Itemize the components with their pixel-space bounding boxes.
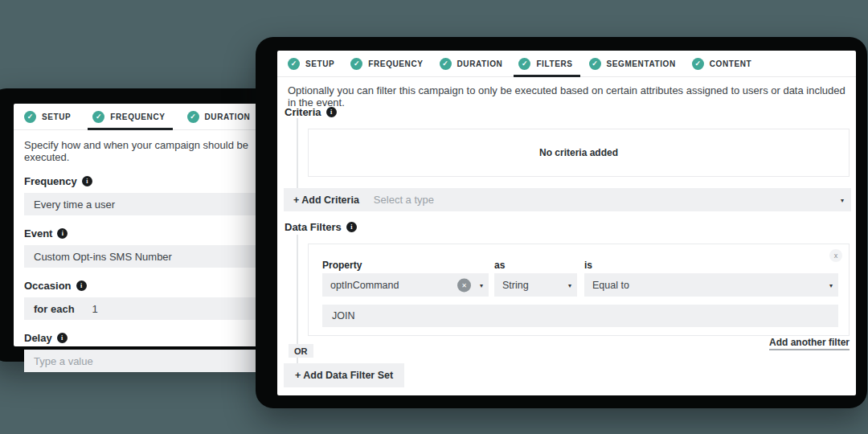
data-filters-label: Data Filters i [285, 221, 357, 233]
tab-label: SETUP [305, 59, 334, 68]
info-icon[interactable]: i [326, 107, 337, 117]
property-header: Property [322, 260, 362, 271]
check-icon: ✓ [350, 58, 362, 70]
add-another-filter-link[interactable]: Add another filter [769, 337, 850, 350]
event-input[interactable]: Custom Opt-ins SMS Number [24, 245, 269, 268]
tab-label: SEGMENTATION [607, 59, 676, 68]
info-icon[interactable]: i [57, 228, 68, 239]
check-icon: ✓ [288, 58, 300, 70]
tab-frequency[interactable]: ✓ FREQUENCY [350, 51, 423, 76]
add-data-filter-set-button[interactable]: + Add Data Filter Set [284, 363, 404, 387]
is-select[interactable]: Equal to ▾ [584, 273, 838, 297]
chevron-down-icon: ▾ [841, 196, 844, 203]
chevron-down-icon: ▾ [568, 281, 571, 289]
tab-content[interactable]: ✓ CONTENT [692, 51, 752, 76]
add-criteria-button[interactable]: + Add Criteria [293, 194, 359, 206]
occasion-prefix: for each [34, 303, 75, 315]
as-header: as [494, 260, 505, 271]
tab-label: FREQUENCY [368, 59, 423, 68]
frequency-panel: ✓ SETUP ✓ FREQUENCY ✓ DURATION ✓ FILTERS… [14, 104, 280, 346]
delay-placeholder: Type a value [34, 355, 93, 367]
frequency-step-description: Specify how and when your campaign shoul… [24, 139, 269, 163]
tab-segmentation[interactable]: ✓ SEGMENTATION [589, 51, 676, 76]
front-tab-bar: ✓ SETUP ✓ FREQUENCY ✓ DURATION ✓ FILTERS… [277, 51, 856, 77]
frequency-field-group: Frequency i Every time a user [24, 175, 269, 215]
tab-duration[interactable]: ✓ DURATION [187, 104, 251, 129]
tab-label: DURATION [205, 113, 251, 121]
tab-label: FREQUENCY [110, 113, 165, 121]
occasion-count: 1 [92, 303, 98, 315]
property-select[interactable]: optInCommand ✕ ▾ [322, 273, 489, 297]
frequency-input[interactable]: Every time a user [24, 193, 269, 215]
clear-icon[interactable]: ✕ [457, 278, 471, 292]
as-select[interactable]: String ▾ [494, 273, 577, 297]
criteria-empty-message: No criteria added [539, 147, 618, 158]
criteria-label: Criteria i [285, 106, 337, 118]
check-icon: ✓ [24, 111, 36, 123]
close-icon[interactable]: x [829, 249, 842, 262]
delay-label: Delay i [24, 332, 269, 344]
check-icon: ✓ [518, 58, 530, 70]
check-icon: ✓ [692, 58, 704, 70]
filters-step-description: Optionally you can filter this campaign … [288, 84, 845, 108]
chevron-down-icon: ▾ [829, 281, 833, 289]
back-tab-bar: ✓ SETUP ✓ FREQUENCY ✓ DURATION ✓ FILTERS [14, 104, 280, 130]
filters-panel: ✓ SETUP ✓ FREQUENCY ✓ DURATION ✓ FILTERS… [277, 51, 856, 395]
delay-input[interactable]: Type a value [24, 350, 269, 372]
tab-label: DURATION [457, 59, 503, 68]
info-icon[interactable]: i [82, 176, 92, 186]
tab-filters[interactable]: ✓ FILTERS [518, 51, 572, 76]
tab-duration[interactable]: ✓ DURATION [440, 51, 503, 76]
chevron-down-icon: ▾ [480, 281, 483, 289]
tab-setup[interactable]: ✓ SETUP [24, 104, 71, 129]
tab-label: FILTERS [536, 59, 572, 68]
tab-setup[interactable]: ✓ SETUP [288, 51, 334, 76]
check-icon: ✓ [589, 58, 601, 70]
event-label: Event i [24, 227, 269, 240]
add-criteria-bar[interactable]: + Add Criteria Select a type ▾ [284, 188, 851, 211]
page-background: ✓ SETUP ✓ FREQUENCY ✓ DURATION ✓ FILTERS… [0, 0, 868, 434]
occasion-label: Occasion i [24, 280, 269, 292]
criteria-empty-box: No criteria added [308, 129, 850, 177]
info-icon[interactable]: i [57, 333, 68, 343]
event-field-group: Event i Custom Opt-ins SMS Number [24, 227, 269, 268]
is-header: is [584, 260, 592, 271]
tab-frequency[interactable]: ✓ FREQUENCY [92, 104, 165, 129]
criteria-guide-line [297, 118, 298, 188]
check-icon: ✓ [92, 111, 104, 123]
check-icon: ✓ [440, 58, 452, 70]
tab-label: CONTENT [710, 59, 752, 68]
info-icon[interactable]: i [346, 222, 357, 232]
frequency-label: Frequency i [24, 175, 269, 187]
occasion-input[interactable]: for each 1 [24, 297, 269, 320]
criteria-type-select[interactable]: Select a type [374, 194, 434, 206]
check-icon: ✓ [187, 111, 199, 123]
occasion-field-group: Occasion i for each 1 [24, 280, 269, 320]
or-badge: OR [289, 344, 313, 358]
tab-label: SETUP [42, 113, 71, 121]
delay-field-group: Delay i Type a value [24, 332, 269, 372]
info-icon[interactable]: i [76, 280, 87, 291]
data-filter-row: x Property as is optInCommand ✕ ▾ String… [308, 244, 850, 336]
filter-value-input[interactable]: JOIN [322, 305, 838, 327]
